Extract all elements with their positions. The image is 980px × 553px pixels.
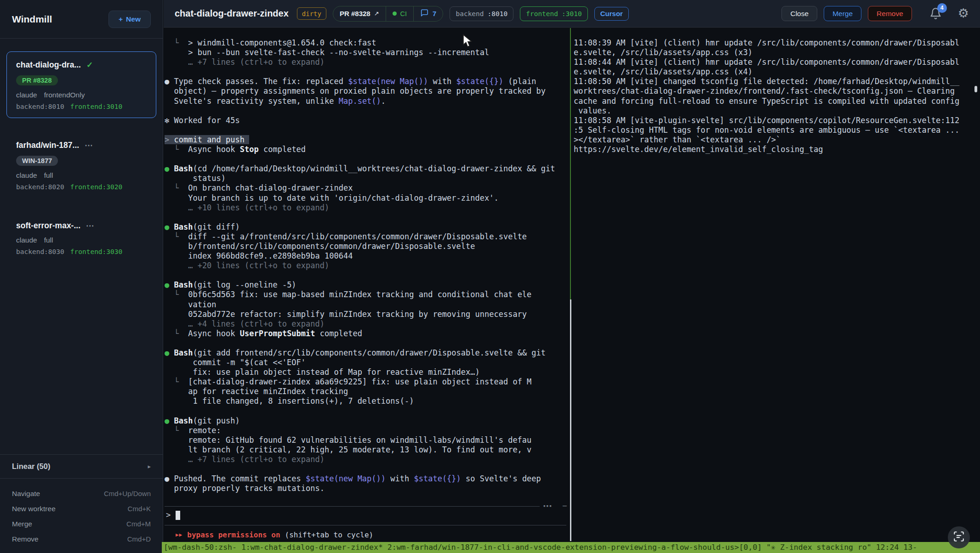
- ellipsis-menu-icon[interactable]: ⋯: [85, 141, 93, 150]
- vite-log-line: 11:08:58 AM [vite-plugin-svelte] src/lib…: [574, 116, 959, 125]
- terminal-span: status): [165, 174, 226, 183]
- terminal-line: [165, 271, 555, 280]
- terminal-line: └ Async hook UserPromptSubmit completed: [165, 329, 555, 339]
- claude-terminal-pane[interactable]: └ > windmill-components@1.654.0 check:fa…: [164, 28, 570, 541]
- floating-capture-button[interactable]: [948, 526, 970, 548]
- worktree-card[interactable]: farhad/win-187...⋯WIN-1877claudefullback…: [6, 132, 156, 198]
- cursor-button[interactable]: Cursor: [594, 7, 629, 21]
- terminal-span: object) — property assignments on proxie…: [165, 86, 546, 96]
- notification-count-badge: 4: [937, 3, 947, 13]
- terminal-span: ✻ Worked for 45s: [165, 116, 240, 125]
- shortcut-row[interactable]: MergeCmd+M: [12, 516, 151, 531]
- terminal-line: … +7 lines (ctrl+o to expand): [165, 455, 555, 464]
- shortcut-label: New worktree: [12, 505, 56, 513]
- sidebar-header: Windmill + New: [0, 0, 163, 39]
- terminal-line: ● Bash(git push): [165, 416, 555, 426]
- scan-lines-icon: [953, 530, 965, 544]
- right-scrollbar-thumb[interactable]: [974, 86, 977, 92]
- terminal-span: with: [428, 77, 456, 86]
- text-cursor-block[interactable]: [176, 511, 180, 520]
- terminal-span: Async hook: [188, 145, 240, 154]
- shortcut-row[interactable]: NavigateCmd+Up/Down: [12, 486, 151, 501]
- terminal-span: index 966bd8cfe9..e2898eb9ba 100644: [165, 251, 353, 260]
- terminal-span: [chat-dialog-drawer-zindex a6a69c9225] f…: [188, 377, 531, 386]
- vite-log-pane[interactable]: 11:08:39 AM [vite] (client) hmr update /…: [571, 28, 980, 541]
- main-scrollbar-thumb[interactable]: [570, 299, 571, 541]
- terminal-span: ●: [165, 164, 174, 173]
- shortcut-row[interactable]: RemoveCmd+D: [12, 531, 151, 547]
- worktree-ports: backend:8010frontend:3010: [16, 103, 147, 110]
- worktree-card[interactable]: soft-error-max-...⋯claudefullbackend:803…: [6, 212, 156, 263]
- bypass-hint: (shift+tab to cycle): [285, 530, 374, 539]
- terminal-line: lt branch (2 critical, 22 high, 25 moder…: [165, 445, 555, 455]
- terminal-line: status): [165, 174, 555, 183]
- ci-label: CI: [400, 10, 407, 17]
- merge-button[interactable]: Merge: [824, 6, 861, 21]
- terminal-span: completed: [315, 329, 362, 338]
- notifications-button[interactable]: 4: [929, 7, 942, 20]
- terminal-line: b/frontend/src/lib/components/common/dra…: [165, 242, 555, 251]
- shortcut-row[interactable]: New worktreeCmd+K: [12, 501, 151, 516]
- terminal-line: [165, 464, 555, 474]
- new-worktree-button[interactable]: + New: [108, 11, 151, 28]
- remove-button[interactable]: Remove: [868, 6, 912, 21]
- frontend-port-text: frontend:3020: [70, 183, 123, 191]
- close-button[interactable]: Close: [781, 6, 817, 21]
- terminal-span: proxy properly tracks mutations.: [165, 484, 325, 493]
- header: chat-dialog-drawer-zindex dirty PR #8328…: [164, 0, 980, 28]
- vite-log-line: 11:08:50 AM [vite] changed tsconfig file…: [574, 77, 959, 86]
- terminal-span: Bash: [174, 222, 193, 231]
- terminal-line: ● Pushed. The commit replaces $state(new…: [165, 474, 555, 484]
- comment-bubble-icon: [420, 9, 429, 19]
- double-arrow-icon: ▶▶: [176, 532, 182, 538]
- terminal-line: ap for reactive minZIndex tracking: [165, 387, 555, 396]
- ci-status[interactable]: CI: [386, 6, 414, 21]
- frontend-label: frontend: [526, 10, 558, 17]
- vite-log-line: https://svelte.dev/e/element_invalid_sel…: [574, 145, 959, 154]
- terminal-line: 1 file changed, 8 insertions(+), 7 delet…: [165, 396, 555, 406]
- terminal-span: b/frontend/src/lib/components/common/dra…: [165, 242, 475, 251]
- tmux-status-bar[interactable]: [wm-dash-50:zsh- 1:wm-chat-dialog-drawer…: [162, 542, 980, 553]
- terminal-span: > bun --bun svelte-fast-check --no-svelt…: [165, 48, 489, 57]
- terminal-span: with: [386, 474, 414, 483]
- terminal-line: Your branch is up to date with 'origin/c…: [165, 193, 555, 203]
- terminal-line: index 966bd8cfe9..e2898eb9ba 100644: [165, 251, 555, 261]
- terminal-line: [165, 213, 555, 222]
- ellipsis-menu-icon[interactable]: ⋯: [86, 221, 94, 231]
- terminal-span: (git push): [193, 416, 239, 425]
- terminal-line: └ [chat-dialog-drawer-zindex a6a69c9225]…: [165, 377, 555, 387]
- terminal-line: commit -m "$(cat <<'EOF': [165, 358, 555, 367]
- frontend-port-text: frontend:3030: [70, 248, 123, 255]
- frontend-port-pill[interactable]: frontend :3010: [520, 6, 588, 21]
- terminal-span: Your branch is up to date with 'origin/c…: [165, 193, 499, 203]
- linear-section-toggle[interactable]: Linear (50) ▸: [0, 455, 163, 479]
- page-title: chat-dialog-drawer-zindex: [175, 8, 289, 19]
- pr-link[interactable]: PR #8328 ↗: [333, 6, 386, 21]
- terminal-span: └: [165, 377, 188, 386]
- vite-log-line: e.svelte, /src/lib/assets/app.css (x3): [574, 48, 959, 57]
- backend-label: backend: [456, 10, 484, 17]
- terminal-span: Bash: [174, 348, 193, 357]
- agent-tag: claude: [16, 236, 37, 244]
- backend-port-pill[interactable]: backend :8010: [450, 6, 513, 21]
- shortcut-key: Cmd+K: [128, 505, 151, 513]
- frontend-port: :3010: [562, 10, 582, 17]
- worktree-card[interactable]: chat-dialog-dra...✓PR #8328claudefronten…: [6, 51, 156, 118]
- worktree-list: chat-dialog-dra...✓PR #8328claudefronten…: [0, 39, 163, 263]
- terminal-span: Svelte's reactivity system, unlike: [165, 96, 339, 106]
- sidebar-bottom: Linear (50) ▸ NavigateCmd+Up/DownNew wor…: [0, 454, 163, 553]
- terminal-line: ● Bash(cd /home/farhad/Desktop/windmill_…: [165, 164, 555, 174]
- pr-comments[interactable]: 7: [413, 6, 443, 21]
- pane-divider[interactable]: [570, 28, 571, 299]
- external-link-icon: ↗: [374, 10, 379, 17]
- terminal-span: └: [165, 183, 188, 192]
- permission-mode-status[interactable]: ▶▶ bypass permissions on (shift+tab to c…: [176, 530, 373, 539]
- terminal-span: ●: [165, 416, 174, 425]
- worktree-title-row: farhad/win-187...⋯: [16, 141, 147, 150]
- backend-port-text: backend:8020: [16, 183, 64, 191]
- agent-tag: claude: [16, 91, 37, 99]
- input-box-top-border: [165, 506, 540, 507]
- worktree-ports: backend:8020frontend:3020: [16, 183, 147, 191]
- gear-icon[interactable]: ⚙: [958, 7, 969, 20]
- terminal-line: 052abd772e refactor: simplify minZIndex …: [165, 310, 555, 319]
